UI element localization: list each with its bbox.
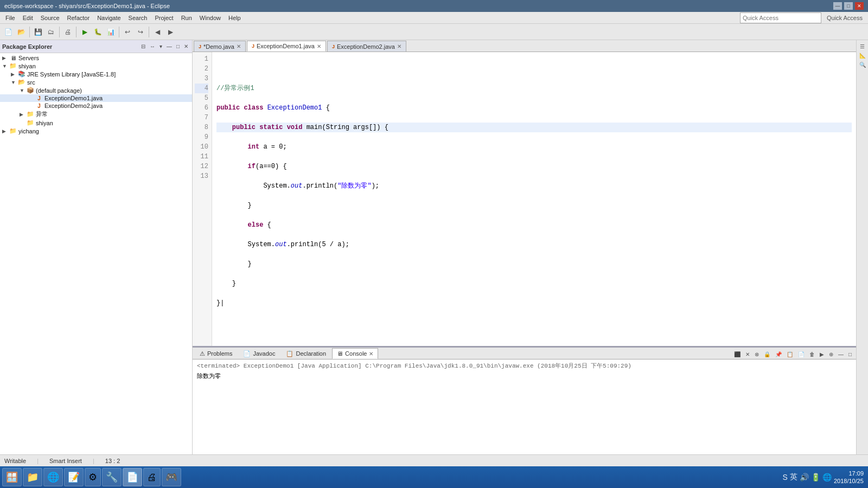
paste-btn[interactable]: 📄 [796,350,807,359]
remove-btn[interactable]: ✕ [743,350,752,359]
console-terminated: <terminated> ExceptionDemo1 [Java Applic… [197,362,852,370]
remove-all-btn[interactable]: ⊗ [752,350,761,359]
print-button[interactable]: 🖨 [62,26,74,38]
view-menu-icon[interactable]: ▾ [158,43,164,50]
scroll-lock-btn[interactable]: 🔒 [762,350,773,359]
menu-help[interactable]: Help [225,14,244,22]
right-sidebar-icon-3[interactable]: 🔍 [858,61,867,69]
taskbar-app-5[interactable]: 🔧 [102,468,122,486]
status-sep-2: | [93,458,94,464]
tree-item-default-pkg[interactable]: ▼ 📦 (default package) [0,86,192,94]
save-all-button[interactable]: 🗂 [45,26,57,38]
console-close[interactable]: ✕ [369,351,373,357]
run-button[interactable]: ▶ [79,26,91,38]
quick-access-input[interactable] [740,12,821,23]
toolbar-sep-4 [119,27,119,37]
tab-exception2[interactable]: J ExceptionDemo2.java ✕ [327,41,406,52]
menu-run[interactable]: Run [178,14,195,22]
taskbar-app-7[interactable]: 🖨 [143,468,161,486]
tab-exception1-close[interactable]: ✕ [317,43,321,49]
chrome-button[interactable]: 🌐 [43,468,63,486]
minimize-panel-icon[interactable]: — [165,43,174,50]
save-button[interactable]: 💾 [32,26,44,38]
status-sep-1: | [37,458,39,464]
tree-item-src[interactable]: ▼ 📂 src [0,78,192,86]
exception2-label: ExceptionDemo2.java [44,102,103,109]
close-button[interactable]: ✕ [855,2,864,10]
maximize-panel-icon[interactable]: □ [175,43,181,50]
minimize-bottom-btn[interactable]: — [836,350,846,359]
start-button[interactable]: 🪟 [2,468,22,486]
tree-item-yichang-folder[interactable]: ▶ 📁 异常 [0,110,192,119]
redo-button[interactable]: ↪ [135,26,146,38]
debug-button[interactable]: 🐛 [92,26,104,38]
right-sidebar-icon-2[interactable]: 📐 [858,52,867,60]
copy-btn[interactable]: 📋 [784,350,795,359]
coverage-button[interactable]: 📊 [105,26,117,38]
explorer-button[interactable]: 📁 [23,468,42,486]
arrow-shiyan: ▼ [2,63,9,69]
yichang-folder-label: 异常 [36,110,48,118]
tab-exception2-close[interactable]: ✕ [397,43,401,49]
tab-javadoc[interactable]: 📄 Javadoc [238,348,280,359]
code-line-1 [216,64,852,74]
code-line-2: //异常示例1 [216,84,852,93]
toolbar: 📄 📂 💾 🗂 🖨 ▶ 🐛 📊 ↩ ↪ ◀ ▶ [0,24,868,40]
open-button[interactable]: 📂 [15,26,27,38]
menu-navigate[interactable]: Navigate [94,14,124,22]
console-label: Console [345,350,367,357]
line-num-10: 10 [195,142,208,152]
minimize-button[interactable]: — [833,2,842,10]
maximize-button[interactable]: □ [844,2,853,10]
collapse-all-icon[interactable]: ⊟ [139,43,147,50]
tree-item-servers[interactable]: ▶ 🖥 Servers [0,54,192,62]
code-editor[interactable]: 1 2 3 4 5 6 7 8 9 10 11 12 13 //异常示例1 pu… [193,52,856,346]
taskbar-app-6[interactable]: 📄 [123,468,142,486]
close-panel-icon[interactable]: ✕ [182,43,190,50]
taskbar-app-4[interactable]: ⚙ [85,468,101,486]
new-button[interactable]: 📄 [2,26,14,38]
tree-item-exception1[interactable]: ▶ J ExceptionDemo1.java [0,94,192,102]
back-button[interactable]: ◀ [151,26,163,38]
tree-item-yichang-project[interactable]: ▶ 📁 yichang [0,127,192,135]
arrow-src: ▼ [11,80,17,85]
console-output: 除数为零 [197,372,852,380]
tab-demo-close[interactable]: ✕ [237,43,241,49]
code-content[interactable]: //异常示例1 public class ExceptionDemo1 { pu… [212,52,856,346]
run-again-btn[interactable]: ▶ [818,350,826,359]
open-console-btn[interactable]: ⊕ [827,350,835,359]
right-sidebar-icon-1[interactable]: ☰ [859,42,866,50]
menu-edit[interactable]: Edit [20,14,36,22]
link-with-editor-icon[interactable]: ↔ [148,43,157,50]
taskbar-app-8[interactable]: 🎮 [162,468,181,486]
maximize-bottom-btn[interactable]: □ [846,350,854,359]
menu-search[interactable]: Search [125,14,151,22]
menu-refactor[interactable]: Refactor [64,14,93,22]
tree-item-jre[interactable]: ▶ 📚 JRE System Library [JavaSE-1.8] [0,70,192,78]
tray-icon-5: 🌐 [822,473,832,481]
undo-button[interactable]: ↩ [122,26,133,38]
clear-btn[interactable]: 🗑 [807,350,817,359]
tab-demo[interactable]: J *Demo.java ✕ [194,41,246,52]
tab-declaration[interactable]: 📋 Declaration [281,348,331,359]
stop-btn[interactable]: ⬛ [732,350,743,359]
tree-item-shiyan-sub[interactable]: ▶ 📁 shiyan [0,119,192,127]
pin-btn[interactable]: 📌 [773,350,784,359]
tab-exception1-icon: J [252,43,254,49]
menu-project[interactable]: Project [151,14,176,22]
menu-window[interactable]: Window [196,14,224,22]
menu-file[interactable]: File [2,14,18,22]
yichang-project-icon: 📁 [9,127,17,134]
menu-source[interactable]: Source [37,14,63,22]
toolbar-sep-3 [76,27,76,37]
console-icon: 🖥 [337,350,343,357]
tree-item-exception2[interactable]: ▶ J ExceptionDemo2.java [0,102,192,110]
console-content: <terminated> ExceptionDemo1 [Java Applic… [193,359,856,454]
forward-button[interactable]: ▶ [164,26,176,38]
tab-problems[interactable]: ⚠ Problems [195,348,237,359]
tab-console[interactable]: 🖥 Console ✕ [332,348,378,359]
tab-exception1[interactable]: J ExceptionDemo1.java ✕ [247,41,326,52]
tree-item-shiyan[interactable]: ▼ 📁 shiyan [0,62,192,70]
taskbar-app-3[interactable]: 📝 [64,468,84,486]
line-num-13: 13 [195,171,208,181]
